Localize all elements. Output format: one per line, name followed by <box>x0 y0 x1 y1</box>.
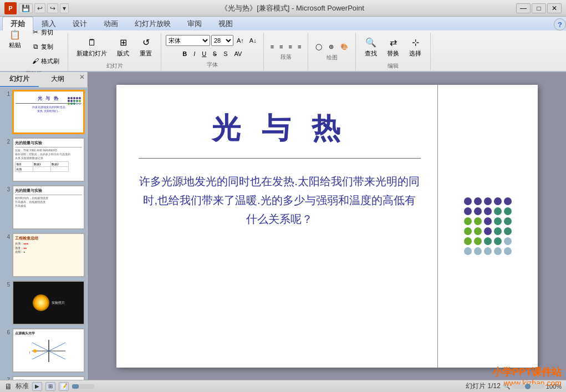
dot-cell <box>464 227 472 235</box>
layout-btn[interactable]: ⊞ 版式 <box>113 34 134 60</box>
slide-divider <box>139 158 421 159</box>
paste-btn[interactable]: 📋 粘贴 <box>4 26 26 68</box>
justify-btn[interactable]: ≡ <box>295 42 303 51</box>
reset-btn[interactable]: ↺ 重置 <box>135 34 156 60</box>
dot-cell <box>474 237 482 245</box>
svg-text:f: f <box>29 351 30 354</box>
cut-icon: ✂ <box>31 28 40 37</box>
status-right: 幻灯片 1/12 🔍 100% <box>466 381 562 391</box>
bold-btn[interactable]: B <box>180 49 190 59</box>
undo-btn[interactable]: ↩ <box>34 3 45 13</box>
copy-icon: ⧉ <box>31 42 40 51</box>
tab-slides[interactable]: 幻灯片 <box>0 72 39 87</box>
dot-cell <box>464 207 472 215</box>
cut-btn[interactable]: ✂ 剪切 <box>27 26 63 39</box>
slide-thumb-1[interactable]: 1 光 与 热 许多光源地发光的同时也在发热.太阳给我们... <box>2 90 85 134</box>
slide-panel-btn[interactable]: ⊞ <box>45 382 55 391</box>
find-btn[interactable]: 🔍 查找 <box>360 34 381 60</box>
main-area: 幻灯片 大纲 ✕ 1 光 与 热 许多光源地发光的同时也在发热.太阳给我们... <box>0 72 566 380</box>
slide-thumb-7[interactable]: 7 幻灯片 7 <box>2 376 85 380</box>
ribbon-content: 📋 粘贴 ✂ 剪切 ⧉ 复制 🖌 格式刷 <box>0 30 566 73</box>
dots-panel <box>438 85 538 368</box>
dots-grid <box>464 197 512 255</box>
dot-cell <box>494 237 502 245</box>
align-right-btn[interactable]: ≡ <box>287 42 294 51</box>
layout-icon: ⊞ <box>116 36 130 49</box>
dot-cell <box>474 227 482 235</box>
help-btn[interactable]: ? <box>554 18 566 30</box>
zoom-slider[interactable] <box>512 384 545 389</box>
minimize-btn[interactable]: — <box>516 3 531 13</box>
sidebar-close-btn[interactable]: ✕ <box>77 72 87 82</box>
ribbon-group-clipboard: 📋 粘贴 ✂ 剪切 ⧉ 复制 🖌 格式刷 <box>4 33 68 70</box>
dot-cell <box>484 197 492 205</box>
tab-design[interactable]: 设计 <box>64 17 95 30</box>
select-btn[interactable]: ⊹ 选择 <box>405 34 426 60</box>
dot-cell <box>504 197 512 205</box>
font-family-select[interactable]: 宋体 <box>166 35 210 46</box>
new-slide-icon: 🗒 <box>85 36 99 49</box>
ribbon-group-paragraph: ≡ ≡ ≡ ≡ 段落 <box>268 33 309 70</box>
slide-thumb-6[interactable]: 6 点源镜头光学 f <box>2 328 85 373</box>
window-title: 《光与热》[兼容模式] - Microsoft PowerPoint <box>69 3 516 13</box>
fill-btn[interactable]: 🎨 <box>338 42 351 52</box>
redo-btn[interactable]: ↪ <box>47 3 58 13</box>
status-lang: 标准 <box>16 381 29 391</box>
ribbon-group-slides: 🗒 新建幻灯片 ⊞ 版式 ↺ 重置 幻灯片 <box>73 33 161 70</box>
save-btn[interactable]: 💾 <box>19 3 33 13</box>
tab-view[interactable]: 视图 <box>210 17 241 30</box>
slide-thumb-5[interactable]: 5 实验照片 <box>2 281 85 325</box>
tab-slideshow[interactable]: 幻灯片放映 <box>126 17 179 30</box>
arrange-btn[interactable]: ⊛ <box>326 42 336 52</box>
sidebar: 幻灯片 大纲 ✕ 1 光 与 热 许多光源地发光的同时也在发热.太阳给我们... <box>0 72 88 380</box>
slide-thumb-3[interactable]: 3 光的能量与实验 相同时间内，光线越强温度升高越高，光线越弱温度升高越低 <box>2 185 85 230</box>
dot-cell <box>484 247 492 255</box>
customize-btn[interactable]: ▾ <box>60 3 69 13</box>
shape-btn[interactable]: ◯ <box>313 42 325 52</box>
font-shrink-btn[interactable]: A↓ <box>247 36 259 45</box>
slides-panel[interactable]: 1 光 与 热 许多光源地发光的同时也在发热.太阳给我们... <box>0 88 87 380</box>
tab-review[interactable]: 审阅 <box>179 17 210 30</box>
font-size-select[interactable]: 28 <box>211 35 233 46</box>
font-grow-btn[interactable]: A↑ <box>234 36 246 45</box>
reset-icon: ↺ <box>139 36 152 49</box>
align-center-btn[interactable]: ≡ <box>277 42 285 51</box>
dot-cell <box>474 197 482 205</box>
dot-cell <box>484 227 492 235</box>
content-area: 光 与 热 许多光源地发光的同时也在发热.太阳给我们带来光明的同时,也给我们带来… <box>88 72 566 380</box>
align-left-btn[interactable]: ≡ <box>268 42 276 51</box>
watermark-line1: 小学PPT课件站 <box>492 365 562 379</box>
slide-view-btn[interactable]: ▶ <box>32 382 42 391</box>
app-logo: P <box>4 2 17 14</box>
charspace-btn[interactable]: AV <box>232 49 245 59</box>
notes-btn[interactable]: 📝 <box>59 382 69 391</box>
maximize-btn[interactable]: □ <box>532 3 546 13</box>
select-icon: ⊹ <box>409 36 422 49</box>
dot-cell <box>484 217 492 225</box>
dot-cell <box>494 247 502 255</box>
zoom-handle[interactable] <box>525 384 531 389</box>
dot-cell <box>484 207 492 215</box>
svg-point-4 <box>33 349 37 353</box>
slide-title: 光 与 热 <box>139 109 421 148</box>
slide-thumb-4[interactable]: 4 工程检查总结 光强：●●●温度：●●光弱：● <box>2 233 85 277</box>
paste-icon: 📋 <box>8 28 22 41</box>
dot-cell <box>494 197 502 205</box>
copy-btn[interactable]: ⧉ 复制 <box>27 40 63 53</box>
shadow-btn[interactable]: S <box>221 49 230 59</box>
new-slide-btn[interactable]: 🗒 新建幻灯片 <box>73 34 111 60</box>
format-paint-btn[interactable]: 🖌 格式刷 <box>27 54 63 68</box>
window-controls: — □ ✕ <box>516 3 562 13</box>
italic-btn[interactable]: I <box>191 49 198 59</box>
replace-icon: ⇄ <box>386 36 400 49</box>
ribbon-group-font: 宋体 28 A↑ A↓ B I U S̶ S AV 字体 <box>166 33 264 70</box>
strikethrough-btn[interactable]: S̶ <box>210 49 220 59</box>
underline-btn[interactable]: U <box>199 49 209 59</box>
slide-thumb-2[interactable]: 2 光的能量与实验 实验：THE FINE AND MANNERS操作说明：控制… <box>2 138 85 182</box>
tab-animation[interactable]: 动画 <box>95 17 126 30</box>
replace-btn[interactable]: ⇄ 替换 <box>383 34 404 60</box>
dot-cell <box>504 207 512 215</box>
progress-bar <box>72 384 94 389</box>
close-btn[interactable]: ✕ <box>547 3 562 13</box>
tab-outline[interactable]: 大纲 <box>39 72 78 87</box>
